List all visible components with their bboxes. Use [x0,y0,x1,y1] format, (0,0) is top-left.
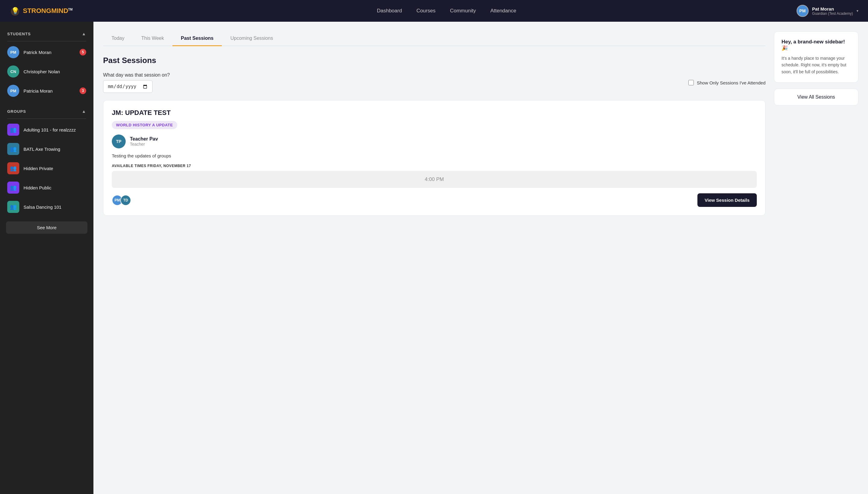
session-footer: PM TD View Session Details [112,193,757,207]
attendee-avatars: PM TD [112,195,129,206]
session-title: JM: UPDATE TEST [112,109,757,117]
available-label: AVAILABLE TIMES FRIDAY, NOVEMBER 17 [112,164,757,168]
session-tag: WORLD HISTORY A UPDATE [112,121,177,129]
group-icon: 👥 [7,124,19,136]
tab-upcoming-sessions[interactable]: Upcoming Sessions [222,31,281,46]
view-session-details-button[interactable]: View Session Details [697,193,757,207]
nav-community[interactable]: Community [450,8,476,14]
logo[interactable]: 💡 STRONGMINDTM [9,5,73,16]
avatar: PM [7,85,19,97]
group-name: Hidden Public [23,185,52,190]
logo-icon: 💡 [9,5,20,16]
widget-title: Hey, a brand-new sidebar! 🎉 [782,39,851,51]
nav-links: Dashboard Courses Community Attendance [97,8,796,14]
notification-badge: 5 [80,49,86,56]
group-name: BATL Axe Trowing [23,147,60,152]
students-section-header: STUDENTS ▲ [0,28,94,40]
attended-checkbox[interactable] [688,80,694,86]
group-icon: 👥 [7,201,19,213]
content-area: Today This Week Past Sessions Upcoming S… [103,31,766,484]
divider [7,41,86,41]
group-icon: 👥 [7,143,19,155]
nav-courses[interactable]: Courses [416,8,435,14]
tab-this-week[interactable]: This Week [133,31,172,46]
sidebar-item-group-1[interactable]: 👥 BATL Axe Trowing [0,139,94,159]
group-name: Adulting 101 - for realzzzz [23,127,76,132]
left-sidebar: STUDENTS ▲ PM Patrick Moran 5 CN Christo… [0,22,94,494]
sidebar-item-student-1[interactable]: CN Christopher Nolan [0,62,94,81]
notification-badge: 3 [80,88,86,94]
section-title: Past Sessions [103,56,766,65]
attended-filter: Show Only Sessions I've Attended [688,80,766,86]
date-input[interactable] [103,80,153,93]
chevron-down-icon: ▾ [856,9,859,13]
tab-past-sessions[interactable]: Past Sessions [172,31,222,46]
time-slot: 4:00 PM [112,171,757,188]
group-icon: 👥 [7,182,19,194]
group-name: Hidden Private [23,166,53,171]
avatar: CN [7,65,19,77]
student-name: Christopher Nolan [23,69,60,74]
session-description: Testing the updates of groups [112,153,757,158]
divider [7,118,86,119]
logo-text: STRONGMINDTM [23,7,73,15]
tab-today[interactable]: Today [103,31,133,46]
nav-attendance[interactable]: Attendance [490,8,516,14]
group-icon: 👥 [7,162,19,174]
teacher-role: Teacher [130,142,158,147]
students-collapse-icon[interactable]: ▲ [82,31,86,36]
nav-dashboard[interactable]: Dashboard [377,8,402,14]
main-content: Today This Week Past Sessions Upcoming S… [94,22,868,494]
sidebar-item-group-2[interactable]: 👥 Hidden Private [0,159,94,178]
attendee-avatar-1: TD [120,195,131,206]
filter-row: What day was that session on? Show Only … [103,72,766,93]
groups-section-header: GROUPS ▲ [0,105,94,117]
sidebar-item-student-2[interactable]: PM Patricia Moran 3 [0,81,94,100]
sidebar-item-student-0[interactable]: PM Patrick Moran 5 [0,42,94,62]
groups-collapse-icon[interactable]: ▲ [82,109,86,114]
schedule-widget: Hey, a brand-new sidebar! 🎉 It's a handy… [774,31,859,83]
view-all-sessions-button[interactable]: View All Sessions [774,89,859,106]
top-navigation: 💡 STRONGMINDTM Dashboard Courses Communi… [0,0,868,22]
avatar: PM [796,5,809,17]
session-card: JM: UPDATE TEST WORLD HISTORY A UPDATE T… [103,100,766,216]
teacher-row: TP Teacher Pav Teacher [112,134,757,148]
user-name: Pat Moran [812,6,853,12]
svg-text:💡: 💡 [11,7,20,15]
sidebar-item-group-4[interactable]: 👥 Salsa Dancing 101 [0,197,94,216]
filter-question: What day was that session on? [103,72,170,78]
student-name: Patrick Moran [23,50,52,55]
see-more-button[interactable]: See More [6,221,87,234]
sidebar-item-group-3[interactable]: 👥 Hidden Public [0,178,94,197]
avatar: PM [7,46,19,58]
student-name: Patricia Moran [23,88,53,94]
user-menu[interactable]: PM Pat Moran Guardian (Test Academy) ▾ [796,5,859,17]
checkbox-label: Show Only Sessions I've Attended [697,80,766,86]
teacher-name: Teacher Pav [130,136,158,142]
group-name: Salsa Dancing 101 [23,205,61,210]
sidebar-item-group-0[interactable]: 👥 Adulting 101 - for realzzzz [0,120,94,139]
right-sidebar: Hey, a brand-new sidebar! 🎉 It's a handy… [774,31,859,484]
teacher-avatar: TP [112,134,126,148]
user-role: Guardian (Test Academy) [812,12,853,16]
session-tabs: Today This Week Past Sessions Upcoming S… [103,31,766,46]
widget-body: It's a handy place to manage your schedu… [782,55,851,75]
